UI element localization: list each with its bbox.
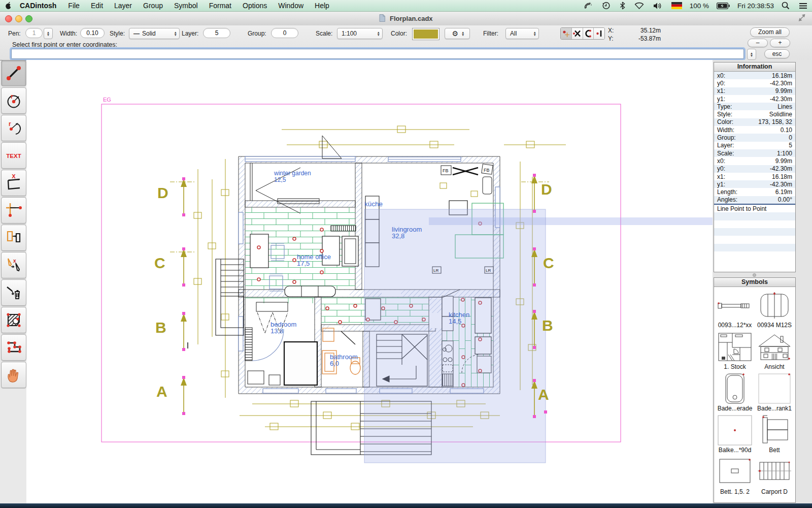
menu-group[interactable]: Group [138,0,168,11]
menu-bar: CADintosh File Edit Layer Group Symbol F… [0,0,812,12]
symbol-item[interactable]: Balke...*90d [715,414,755,454]
layer-field[interactable]: 5 [203,28,230,38]
snap-arc-button[interactable] [583,28,594,39]
style-label: Style: [110,30,125,37]
scale-dropdown[interactable]: 1:100 ▲▼ [337,28,383,39]
prompt-stepper[interactable]: ▲▼ [747,49,756,60]
info-value: Lines [777,103,792,110]
wifi-icon[interactable] [630,0,649,11]
menu-clock[interactable]: Fri 20:38:53 [734,2,777,10]
tool-axis[interactable] [1,197,26,224]
zoom-all-button[interactable]: Zoom all [750,27,790,37]
tool-polyline[interactable] [1,334,26,361]
battery-icon[interactable] [712,0,734,11]
esc-button[interactable]: esc [764,49,790,58]
svg-text:C: C [154,255,165,271]
style-dropdown[interactable]: — Solid ▲▼ [129,28,180,39]
tool-circle[interactable]: r [1,87,26,114]
coordinate-input[interactable] [11,49,744,59]
apple-menu[interactable] [0,0,17,11]
menu-options[interactable]: Options [237,0,273,11]
svg-text:FB: FB [484,168,490,173]
menu-format[interactable]: Format [204,0,237,11]
zoom-out-button[interactable]: – [748,39,768,47]
tool-line[interactable] [1,60,26,86]
copy-icon [5,229,23,247]
blank-frame-icon [756,372,793,405]
filter-dropdown[interactable]: All ▲▼ [505,28,539,39]
tool-dimension[interactable]: X [1,170,26,196]
bluetooth-icon[interactable] [615,0,630,11]
drawing-canvas[interactable]: EG [26,60,713,504]
bolt-icon [716,289,754,322]
info-label: Length: [717,188,737,196]
snap-point-button[interactable] [561,28,572,39]
keyboard-flag-de-icon[interactable] [667,0,687,11]
width-field[interactable]: 0.10 [80,28,105,38]
zoom-in-button[interactable]: + [770,39,790,47]
symbol-item[interactable]: Bade...erade [715,372,755,412]
text-icon: TEXT [4,146,24,165]
info-label: Color: [717,118,733,125]
layer-label: Layer: [182,30,198,37]
tool-delete[interactable] [1,279,26,306]
tool-edit-copy[interactable]: x [1,252,26,278]
volume-icon[interactable] [649,0,667,11]
info-value: 6.19m [775,188,792,196]
svg-text:6,0: 6,0 [330,360,339,367]
symbol-item[interactable]: Carport D [755,456,794,496]
info-value: 16.18m [772,173,792,180]
house-elevation-icon [756,331,793,363]
tool-text[interactable]: TEXT [1,142,26,169]
window-title-wrap: Florplan.cadx [0,14,812,23]
y-coord-value: -53.87m [625,35,661,42]
menu-file[interactable]: File [62,0,85,11]
menu-help[interactable]: Help [309,0,335,11]
phone-icon[interactable] [580,0,597,11]
tool-pan[interactable] [1,362,26,388]
symbol-item[interactable]: 1. Stock [715,331,755,371]
room-label: küche [364,200,383,208]
window-title: Florplan.cadx [390,15,433,22]
beam-icon [716,414,754,447]
symbol-item[interactable]: 0093...12*xx [715,289,755,329]
symbol-item[interactable]: 00934 M12S [755,289,794,329]
plan-label: EG [103,97,111,103]
app-menu[interactable]: CADintosh [17,0,62,11]
pen-stepper[interactable]: ▲▼ [44,28,53,39]
tool-arc[interactable]: r [1,115,26,141]
symbol-item[interactable]: Ansicht [755,331,794,371]
tool-copy[interactable] [1,225,26,251]
menu-window[interactable]: Window [273,0,309,11]
group-field[interactable]: 0 [271,28,298,38]
color-well[interactable] [412,28,439,40]
info-label: y1: [717,96,725,103]
floorplan-icon [716,331,754,363]
filter-label: Filter: [483,30,498,37]
pen-field[interactable]: 1 [25,28,43,38]
menu-edit[interactable]: Edit [85,0,109,11]
svg-text:17,5: 17,5 [297,260,310,267]
title-bar[interactable]: Florplan.cadx [0,11,812,26]
tool-hatch[interactable] [1,307,26,333]
info-value: 1:100 [777,150,792,157]
snap-line-button[interactable] [594,28,604,39]
svg-text:r: r [9,120,11,128]
spotlight-icon[interactable] [777,0,794,11]
symbol-item[interactable]: Bett [755,414,794,454]
information-panel-title[interactable]: Information [714,62,795,72]
apple-icon [5,2,12,10]
fullscreen-icon[interactable] [798,14,806,23]
menu-layer[interactable]: Layer [109,0,138,11]
settings-gear-button[interactable]: ⚙ ▲▼ [445,28,470,39]
symbol-item[interactable]: Bade...rank1 [755,372,794,412]
notification-center-icon[interactable] [794,0,812,11]
menu-symbol[interactable]: Symbol [168,0,204,11]
time-machine-icon[interactable] [597,0,615,11]
hatch-icon [5,311,23,329]
symbols-panel-title[interactable]: Symbols [714,278,795,287]
symbol-item[interactable]: Bett. 1,5. 2 [715,456,755,496]
snap-delete-button[interactable] [572,28,583,39]
info-label: Type: [717,103,732,110]
panel-resize-handle[interactable] [714,273,795,277]
